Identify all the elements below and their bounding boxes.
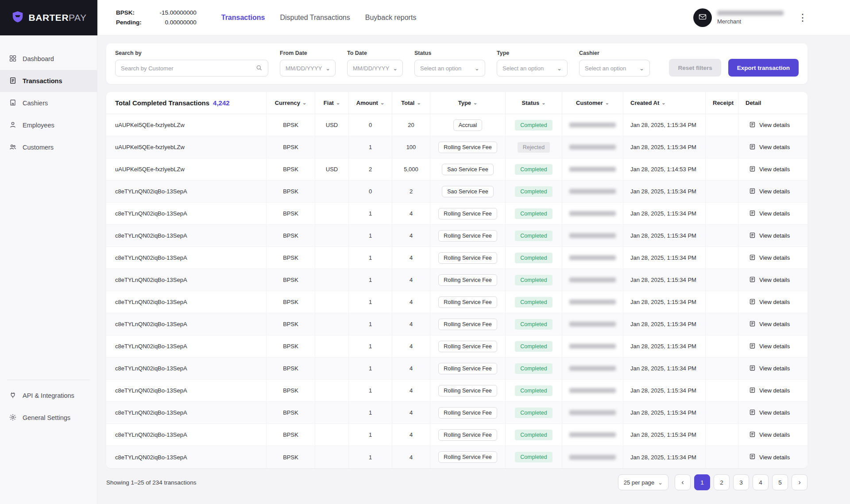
amount-cell: 1 [349, 225, 392, 246]
tab-buyback-reports[interactable]: Buyback reports [365, 14, 417, 22]
detail-cell: View details [738, 291, 808, 313]
customer-redacted [569, 189, 616, 194]
currency-cell: BPSK [267, 402, 315, 423]
sidebar-item-transactions[interactable]: Transactions [0, 70, 97, 92]
customer-redacted [569, 167, 616, 172]
top-navigation: Transactions Disputed Transactions Buyba… [221, 14, 417, 22]
transaction-id-cell: c8eTYLnQN02iqBo-13SepA [106, 380, 267, 401]
view-details-button[interactable]: View details [749, 121, 790, 129]
gear-icon [9, 413, 17, 423]
sidebar-item-dashboard[interactable]: Dashboard [0, 48, 97, 70]
search-by-label: Search by [115, 50, 268, 56]
status-cell: Completed [506, 247, 562, 269]
cashier-select[interactable]: Select an option ⌄ [579, 60, 650, 77]
reset-filters-button[interactable]: Reset filters [669, 59, 721, 77]
status-select[interactable]: Select an option ⌄ [414, 60, 485, 77]
status-badge: Completed [515, 120, 552, 131]
view-details-button[interactable]: View details [749, 276, 790, 284]
column-header-created-at[interactable]: Created At⌄ [623, 92, 706, 114]
per-page-select[interactable]: 25 per page ⌄ [618, 474, 668, 490]
amount-cell: 1 [349, 358, 392, 379]
currency-cell: BPSK [267, 380, 315, 401]
transaction-id-cell: uAUPKeI5QEe-fxzIyebLZw [106, 114, 267, 136]
detail-cell: View details [738, 446, 808, 468]
column-header-customer[interactable]: Customer⌄ [562, 92, 623, 114]
kebab-menu-icon[interactable]: ⋮ [798, 13, 808, 23]
type-cell: Rolling Service Fee [430, 136, 506, 158]
total-cell: 4 [392, 335, 430, 357]
view-details-button[interactable]: View details [749, 165, 790, 173]
to-date-input[interactable]: MM/DD/YYYY ⌄ [347, 60, 403, 77]
export-transaction-button[interactable]: Export transaction [728, 59, 799, 77]
prev-page-button[interactable]: ‹ [675, 474, 691, 490]
customer-redacted [569, 455, 616, 460]
view-details-button[interactable]: View details [749, 232, 790, 240]
view-details-button[interactable]: View details [749, 387, 790, 395]
currency-cell: BPSK [267, 181, 315, 202]
status-badge: Completed [515, 297, 552, 308]
pager: ‹ 12345 › [675, 474, 808, 490]
view-details-button[interactable]: View details [749, 409, 790, 417]
avatar[interactable] [693, 8, 712, 27]
column-header-currency[interactable]: Currency⌄ [267, 92, 315, 114]
transaction-id-cell: c8eTYLnQN02iqBo-13SepA [106, 335, 267, 357]
view-details-button[interactable]: View details [749, 188, 790, 196]
from-date-input[interactable]: MM/DD/YYYY ⌄ [280, 60, 336, 77]
sidebar-item-employees[interactable]: Employees [0, 114, 97, 136]
status-cell: Completed [506, 291, 562, 313]
status-cell: Rejected [506, 136, 562, 158]
view-details-button[interactable]: View details [749, 210, 790, 218]
column-header-status[interactable]: Status⌄ [506, 92, 562, 114]
sidebar-item-cashiers[interactable]: Cashiers [0, 92, 97, 114]
detail-cell: View details [738, 424, 808, 446]
view-details-button[interactable]: View details [749, 298, 790, 306]
view-details-button[interactable]: View details [749, 365, 790, 373]
currency-cell: BPSK [267, 136, 315, 158]
view-details-button[interactable]: View details [749, 453, 790, 461]
total-cell: 4 [392, 313, 430, 335]
view-details-button[interactable]: View details [749, 254, 790, 262]
tab-transactions[interactable]: Transactions [221, 14, 265, 22]
customer-redacted [569, 123, 616, 127]
sidebar-item-api-integrations[interactable]: API & Integrations [0, 385, 97, 407]
transaction-id-cell: uAUPKeI5QEe-fxzIyebLZw [106, 136, 267, 158]
sort-icon: ⌄ [541, 100, 545, 106]
table-row: c8eTYLnQN02iqBo-13SepA BPSK 1 4 Rolling … [106, 380, 808, 402]
status-badge: Completed [515, 253, 552, 263]
fiat-cell [315, 380, 349, 401]
transaction-id-cell: c8eTYLnQN02iqBo-13SepA [106, 358, 267, 379]
search-input[interactable] [121, 65, 252, 72]
amount-cell: 1 [349, 291, 392, 313]
column-header-receipt: Receipt [706, 92, 738, 114]
page-button-1[interactable]: 1 [694, 474, 710, 490]
page-button-2[interactable]: 2 [714, 474, 730, 490]
created-at-cell: Jan 28, 2025, 1:15:34 PM [623, 114, 706, 136]
page-button-3[interactable]: 3 [733, 474, 749, 490]
column-header-type[interactable]: Type⌄ [430, 92, 506, 114]
account-email-redacted [717, 11, 784, 15]
amount-cell: 1 [349, 402, 392, 423]
page-button-5[interactable]: 5 [772, 474, 788, 490]
sidebar-item-customers[interactable]: Customers [0, 136, 97, 158]
receipt-cell [706, 335, 738, 357]
type-chip: Rolling Service Fee [438, 230, 497, 242]
type-select[interactable]: Select an option ⌄ [497, 60, 568, 77]
transaction-id-cell: c8eTYLnQN02iqBo-13SepA [106, 225, 267, 246]
customer-cell [562, 380, 623, 401]
view-details-button[interactable]: View details [749, 143, 790, 151]
view-details-icon [749, 453, 756, 461]
page-button-4[interactable]: 4 [753, 474, 769, 490]
column-header-total[interactable]: Total⌄ [392, 92, 430, 114]
sidebar-item-general-settings[interactable]: General Settings [0, 407, 97, 429]
tab-disputed-transactions[interactable]: Disputed Transactions [280, 14, 350, 22]
customer-cell [562, 269, 623, 291]
column-header-amount[interactable]: Amount⌄ [349, 92, 392, 114]
search-field[interactable] [115, 60, 268, 77]
column-header-fiat[interactable]: Fiat⌄ [315, 92, 349, 114]
fiat-cell [315, 247, 349, 269]
view-details-button[interactable]: View details [749, 342, 790, 350]
view-details-button[interactable]: View details [749, 320, 790, 328]
table-row: c8eTYLnQN02iqBo-13SepA BPSK 1 4 Rolling … [106, 335, 808, 358]
next-page-button[interactable]: › [792, 474, 808, 490]
view-details-button[interactable]: View details [749, 431, 790, 439]
